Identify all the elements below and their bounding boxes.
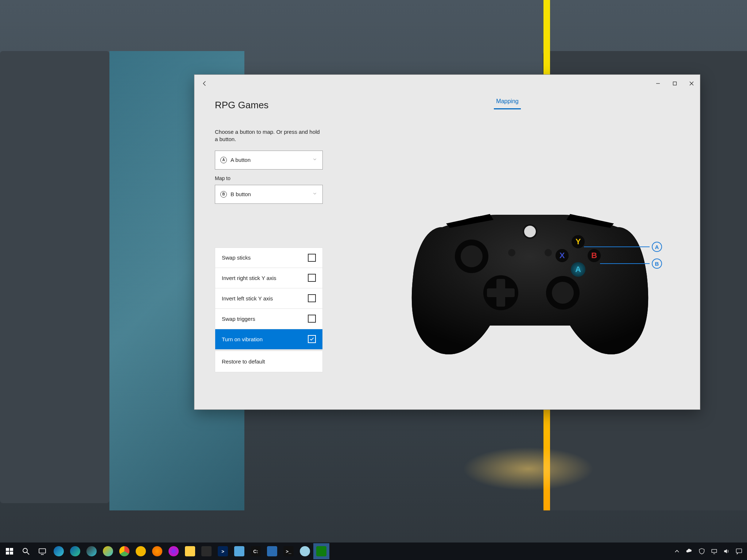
- taskbar: > C: >_: [0, 542, 747, 560]
- svg-line-24: [27, 552, 29, 555]
- source-button-value: A button: [231, 157, 251, 163]
- svg-rect-14: [487, 288, 515, 297]
- option-label: Swap sticks: [222, 254, 251, 261]
- checkbox[interactable]: [308, 274, 316, 282]
- chevron-down-icon: [312, 157, 317, 163]
- page-title: RPG Games: [215, 100, 326, 111]
- taskbar-app-store[interactable]: [198, 543, 214, 559]
- svg-point-11: [552, 282, 574, 304]
- tab-mapping[interactable]: Mapping: [494, 94, 520, 109]
- tray-onedrive-icon[interactable]: [686, 548, 693, 555]
- svg-rect-20: [10, 548, 13, 551]
- controller-x-button-icon: X: [556, 249, 569, 262]
- controller-a-button-icon: A: [572, 263, 585, 276]
- taskbar-app-generic-1[interactable]: [264, 543, 280, 559]
- taskbar-app-edge-dev[interactable]: [84, 543, 100, 559]
- taskbar-app-cmd[interactable]: C:: [248, 543, 264, 559]
- window-close-button[interactable]: [683, 78, 700, 89]
- callout-b: B: [600, 258, 662, 269]
- svg-rect-27: [712, 549, 716, 552]
- tray-action-center-icon[interactable]: [735, 548, 743, 555]
- svg-rect-25: [39, 549, 46, 553]
- callout-a: A: [584, 242, 662, 252]
- svg-rect-19: [6, 548, 9, 551]
- taskbar-app-terminal[interactable]: >_: [280, 543, 297, 559]
- controller-y-button-icon: Y: [572, 235, 585, 248]
- titlebar: [194, 75, 700, 92]
- taskbar-app-xbox-accessories[interactable]: [313, 543, 329, 559]
- window-maximize-button[interactable]: [666, 78, 683, 89]
- a-button-glyph-icon: A: [220, 157, 227, 163]
- checkbox[interactable]: [308, 335, 316, 343]
- svg-point-6: [508, 249, 515, 256]
- controller-diagram: Y X B A A B: [406, 202, 654, 362]
- taskbar-app-notepad[interactable]: [231, 543, 247, 559]
- svg-point-9: [461, 245, 483, 267]
- wallpaper-slab-left: [0, 51, 109, 503]
- option-label: Invert right stick Y axis: [222, 275, 276, 281]
- taskbar-app-generic-2[interactable]: [297, 543, 313, 559]
- turn-on-vibration-option[interactable]: Turn on vibration: [215, 329, 323, 350]
- wallpaper-glow: [462, 447, 594, 491]
- svg-rect-22: [10, 552, 13, 555]
- invert-left-stick-option[interactable]: Invert left stick Y axis: [215, 288, 323, 309]
- restore-default-button[interactable]: Restore to default: [215, 351, 323, 372]
- tray-volume-icon[interactable]: [723, 548, 730, 555]
- restore-label: Restore to default: [222, 358, 265, 365]
- back-button[interactable]: [200, 78, 210, 89]
- task-view-button[interactable]: [34, 543, 50, 559]
- tray-security-icon[interactable]: [698, 548, 705, 555]
- svg-rect-1: [673, 82, 677, 85]
- checkbox[interactable]: [308, 315, 316, 323]
- taskbar-app-firefox[interactable]: [149, 543, 165, 559]
- taskbar-app-edge[interactable]: [51, 543, 67, 559]
- swap-triggers-option[interactable]: Swap triggers: [215, 309, 323, 329]
- tray-chevron-up-icon[interactable]: [673, 548, 681, 555]
- tray-network-icon[interactable]: [711, 548, 718, 555]
- source-button-dropdown[interactable]: A A button: [215, 151, 323, 170]
- desktop: RPG Games Choose a button to map. Or pre…: [0, 0, 747, 560]
- svg-rect-21: [6, 552, 9, 555]
- callout-b-label: B: [652, 258, 662, 269]
- svg-point-5: [524, 226, 536, 237]
- option-list: Swap sticks Invert right stick Y axis In…: [215, 248, 323, 372]
- taskbar-search-button[interactable]: [18, 543, 34, 559]
- b-button-glyph-icon: B: [220, 191, 227, 198]
- right-panel: Mapping: [326, 92, 689, 409]
- map-to-label: Map to: [215, 175, 326, 181]
- taskbar-app-chrome[interactable]: [116, 543, 132, 559]
- start-button[interactable]: [1, 543, 18, 559]
- invert-right-stick-option[interactable]: Invert right stick Y axis: [215, 268, 323, 288]
- taskbar-app-file-explorer[interactable]: [182, 543, 198, 559]
- svg-rect-29: [736, 549, 742, 553]
- svg-point-23: [23, 548, 27, 553]
- swap-sticks-option[interactable]: Swap sticks: [215, 248, 323, 268]
- taskbar-app-chrome-canary[interactable]: [133, 543, 149, 559]
- taskbar-app-edge-beta[interactable]: [67, 543, 83, 559]
- taskbar-app-edge-canary[interactable]: [100, 543, 116, 559]
- taskbar-app-powershell[interactable]: >: [215, 543, 231, 559]
- target-button-value: B button: [231, 191, 251, 197]
- target-button-dropdown[interactable]: B B button: [215, 185, 323, 204]
- window-minimize-button[interactable]: [650, 78, 666, 89]
- option-label: Turn on vibration: [222, 336, 263, 342]
- checkbox[interactable]: [308, 294, 316, 302]
- callout-a-label: A: [652, 242, 662, 252]
- chevron-down-icon: [312, 191, 317, 198]
- xbox-accessories-window: RPG Games Choose a button to map. Or pre…: [194, 74, 700, 410]
- option-label: Swap triggers: [222, 316, 255, 322]
- taskbar-app-firefox-nightly[interactable]: [166, 543, 182, 559]
- left-panel: RPG Games Choose a button to map. Or pre…: [205, 92, 326, 409]
- option-label: Invert left stick Y axis: [222, 295, 273, 302]
- checkbox[interactable]: [308, 254, 316, 262]
- help-text: Choose a button to map. Or press and hol…: [215, 128, 324, 143]
- svg-point-7: [545, 249, 552, 256]
